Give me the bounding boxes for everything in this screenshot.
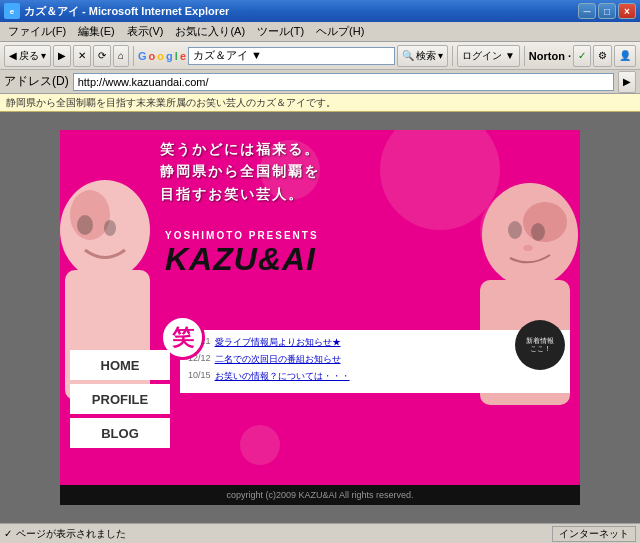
separator-1 (133, 46, 134, 66)
info-bar: 静岡県から全国制覇を目指す末来業所属のお笑い芸人のカズ＆アイです。 (0, 94, 640, 112)
yoshimoto-label: YOSHIMOTO PRESENTS (165, 230, 319, 241)
go-button[interactable]: ▶ (618, 71, 636, 93)
news-item-2: 12/12 二名での次回日の番組お知らせ (188, 353, 562, 366)
brand-name: KAZU&AI (165, 241, 319, 278)
stop-icon: ✕ (78, 50, 86, 61)
ie-icon: e (4, 3, 20, 19)
forward-icon: ▶ (58, 50, 66, 61)
refresh-icon: ⟳ (98, 50, 106, 61)
norton-check-icon: ✓ (578, 50, 586, 61)
news-item-1: 12/21 愛ライブ情報局よりお知らせ★ (188, 336, 562, 349)
status-bar: ✓ ページが表示されました インターネット (0, 523, 640, 543)
tagline-line-2: 静岡県から全国制覇を (160, 160, 570, 182)
content-area: 笑うかどには福来る。 静岡県から全国制覇を 目指すお笑い芸人。 YOSHIMOT… (0, 112, 640, 523)
status-left: ✓ ページが表示されました (4, 527, 126, 541)
stop-button[interactable]: ✕ (73, 45, 91, 67)
status-right: インターネット (552, 526, 636, 542)
toolbar: ◀ 戻る ▾ ▶ ✕ ⟳ ⌂ G o o g l e 🔍 検索 ▾ (0, 42, 640, 70)
status-ready-icon: ✓ (4, 528, 12, 539)
svg-point-8 (508, 221, 522, 239)
status-text: ページが表示されました (16, 527, 126, 541)
top-text-area: 笑うかどには福来る。 静岡県から全国制覇を 目指すお笑い芸人。 (160, 138, 570, 205)
address-label: アドレス(D) (4, 73, 69, 90)
news-link-2[interactable]: 二名での次回日の番組お知らせ (215, 353, 341, 366)
close-button[interactable]: × (618, 3, 636, 19)
svg-point-10 (523, 245, 533, 251)
window-title: カズ＆アイ - Microsoft Internet Explorer (24, 4, 229, 19)
news-link-1[interactable]: 愛ライブ情報局よりお知らせ★ (215, 336, 341, 349)
svg-point-3 (77, 215, 93, 235)
maximize-button[interactable]: □ (598, 3, 616, 19)
site-footer: copyright (c)2009 KAZU&AI All rights res… (60, 485, 580, 505)
news-badge: 新着情報ここ！ (515, 320, 565, 370)
news-item-3: 10/15 お笑いの情報？については・・・ (188, 370, 562, 383)
back-label: 戻る (19, 49, 39, 63)
news-date-3: 10/15 (188, 370, 211, 380)
norton-user-button[interactable]: 👤 (614, 45, 636, 67)
refresh-button[interactable]: ⟳ (93, 45, 111, 67)
bg-circle-4 (240, 425, 280, 465)
menu-help[interactable]: ヘルプ(H) (310, 22, 370, 41)
svg-point-9 (531, 223, 545, 241)
minimize-button[interactable]: ─ (578, 3, 596, 19)
norton-label: Norton · (529, 50, 571, 62)
separator-3 (524, 46, 525, 66)
footer-text: copyright (c)2009 KAZU&AI All rights res… (226, 490, 413, 500)
google-label-l: l (175, 50, 178, 62)
brand-section: YOSHIMOTO PRESENTS KAZU&AI (165, 230, 319, 278)
status-zone: インターネット (552, 526, 636, 542)
norton-gear-icon: ⚙ (598, 50, 607, 61)
login-label: ログイン ▼ (462, 49, 515, 63)
login-button[interactable]: ログイン ▼ (457, 45, 520, 67)
google-label-o: o (149, 50, 156, 62)
norton-safe-button[interactable]: ✓ (573, 45, 591, 67)
news-badge-text: 新着情報ここ！ (526, 337, 554, 354)
blog-nav-button[interactable]: BLOG (70, 418, 170, 448)
browser-window: e カズ＆アイ - Microsoft Internet Explorer ─ … (0, 0, 640, 543)
google-search-input[interactable] (188, 47, 395, 65)
title-bar: e カズ＆アイ - Microsoft Internet Explorer ─ … (0, 0, 640, 22)
home-nav-button[interactable]: HOME (70, 350, 170, 380)
norton-user-icon: 👤 (619, 50, 631, 61)
go-icon: ▶ (623, 76, 631, 87)
back-button[interactable]: ◀ 戻る ▾ (4, 45, 51, 67)
home-icon: ⌂ (118, 50, 124, 61)
menu-bar: ファイル(F) 編集(E) 表示(V) お気に入り(A) ツール(T) ヘルプ(… (0, 22, 640, 42)
nav-buttons: HOME PROFILE BLOG (70, 350, 170, 448)
search-dropdown-icon: ▾ (438, 50, 443, 61)
address-input[interactable] (73, 73, 614, 91)
forward-button[interactable]: ▶ (53, 45, 71, 67)
tagline-line-1: 笑うかどには福来る。 (160, 138, 570, 160)
menu-file[interactable]: ファイル(F) (2, 22, 72, 41)
title-bar-left: e カズ＆アイ - Microsoft Internet Explorer (4, 3, 229, 19)
separator-2 (452, 46, 453, 66)
search-icon: 🔍 (402, 50, 414, 61)
google-label-e: e (180, 50, 186, 62)
menu-tools[interactable]: ツール(T) (251, 22, 310, 41)
news-link-3[interactable]: お笑いの情報？については・・・ (215, 370, 350, 383)
google-search-button[interactable]: 🔍 検索 ▾ (397, 45, 448, 67)
google-toolbar: G o o g l e (138, 50, 186, 62)
info-text: 静岡県から全国制覇を目指す末来業所属のお笑い芸人のカズ＆アイです。 (6, 96, 336, 110)
google-label-o2: o (157, 50, 164, 62)
back-dropdown-icon: ▾ (41, 50, 46, 61)
tagline-line-3: 目指すお笑い芸人。 (160, 183, 570, 205)
menu-view[interactable]: 表示(V) (121, 22, 170, 41)
google-label-g: g (166, 50, 173, 62)
window-controls: ─ □ × (578, 3, 636, 19)
norton-settings-button[interactable]: ⚙ (593, 45, 612, 67)
news-section: 12/21 愛ライブ情報局よりお知らせ★ 12/12 二名での次回日の番組お知ら… (180, 330, 570, 393)
svg-point-6 (523, 202, 567, 242)
website-container: 笑うかどには福来る。 静岡県から全国制覇を 目指すお笑い芸人。 YOSHIMOT… (60, 130, 580, 505)
menu-edit[interactable]: 編集(E) (72, 22, 121, 41)
search-label: 検索 (416, 49, 436, 63)
home-button[interactable]: ⌂ (113, 45, 129, 67)
svg-point-4 (104, 220, 116, 236)
profile-nav-button[interactable]: PROFILE (70, 384, 170, 414)
back-icon: ◀ (9, 50, 17, 61)
address-bar: アドレス(D) ▶ (0, 70, 640, 94)
menu-favorites[interactable]: お気に入り(A) (169, 22, 251, 41)
google-label: G (138, 50, 147, 62)
stamp-kanji: 笑 (172, 323, 194, 353)
